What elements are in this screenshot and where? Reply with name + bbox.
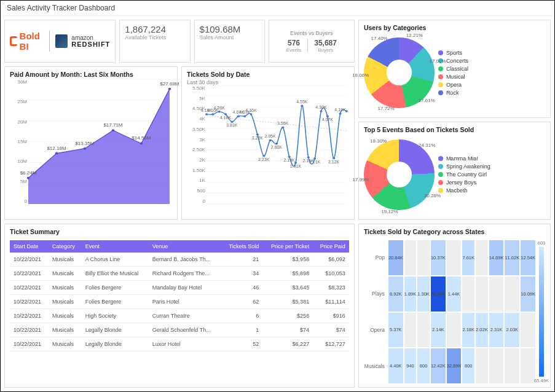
area-chart[interactable]: 30M25M20M15M10M5M0 $6.24M$12.18M$13.35M$… <box>10 79 172 213</box>
heatmap-row-label: Musicals <box>364 348 387 383</box>
users-pie[interactable]: 12.21%17.00%17.61%17.72%18.06%17.40% <box>364 37 435 108</box>
heatmap-cell[interactable]: 2.18K <box>462 313 474 348</box>
heatmap-cell[interactable]: 12.54K <box>521 240 535 275</box>
legend-item[interactable]: Concerts <box>438 58 545 64</box>
top5-pie[interactable]: 24.31%20.28%19.12%17.99%18.30% <box>364 139 435 210</box>
heatmap-cell[interactable]: 1.44K <box>447 276 462 312</box>
legend-item[interactable]: Musical <box>438 74 545 80</box>
heatmap-cell[interactable] <box>521 348 535 383</box>
table-header[interactable]: Start Date <box>10 240 49 253</box>
legend-item[interactable]: Jersey Boys <box>438 179 545 186</box>
svg-point-47 <box>339 112 341 114</box>
table-header[interactable]: Event <box>82 240 149 253</box>
heatmap-cell[interactable]: 32.89K <box>447 348 462 383</box>
heatmap-cell[interactable] <box>417 313 430 348</box>
heatmap[interactable]: Pop20.84K10.37K7.61K14.89K11.02K12.54KPl… <box>364 240 535 383</box>
logo-card: Bold BI amazonREDSHIFT <box>4 20 116 63</box>
top5-pie-card: Top 5 Events Based on Tickets Sold 24.31… <box>358 122 551 220</box>
svg-point-26 <box>205 113 208 115</box>
heatmap-cell[interactable]: 1.30K <box>417 276 430 312</box>
heatmap-cell[interactable]: 800 <box>417 348 430 383</box>
legend-item[interactable]: Sports <box>438 50 545 56</box>
heatmap-card: Tickets Sold by Category across States P… <box>358 224 551 388</box>
legend-item[interactable]: Opera <box>438 82 545 88</box>
legend-item[interactable]: Spring Awakening <box>438 163 545 170</box>
heatmap-cell[interactable] <box>476 240 488 275</box>
boldbi-icon <box>10 36 17 46</box>
ticket-summary-table[interactable]: Start DateCategoryEventVenueTickets Sold… <box>10 240 349 351</box>
table-row[interactable]: 10/22/2021MusicalsFolies BergereMandalay… <box>10 281 349 295</box>
heatmap-cell[interactable]: 8.92K <box>388 276 403 312</box>
heatmap-row-label: Opera <box>364 313 387 348</box>
table-header[interactable]: Price Paid <box>313 240 349 253</box>
redshift-logo: amazonREDSHIFT <box>55 34 110 48</box>
heatmap-cell[interactable]: 65.49K <box>431 276 446 312</box>
heatmap-row-label: Pop <box>364 240 387 275</box>
legend-item[interactable]: Rock <box>438 90 545 96</box>
heatmap-cell[interactable]: 2.02K <box>476 313 488 348</box>
heatmap-cell[interactable] <box>447 313 462 348</box>
svg-point-11 <box>140 142 143 144</box>
heatmap-cell[interactable]: 2.31K <box>489 313 504 348</box>
kpi-row: Bold BI amazonREDSHIFT 1,867,224 Availab… <box>4 20 355 63</box>
svg-point-12 <box>168 88 171 90</box>
svg-point-44 <box>320 110 322 112</box>
heatmap-cell[interactable]: 12.42K <box>431 348 446 383</box>
table-header[interactable]: Tickets Sold <box>221 240 262 253</box>
heatmap-cell[interactable] <box>505 348 519 383</box>
table-row[interactable]: 10/22/2021MusicalsBilly Elliot the Music… <box>10 267 349 281</box>
heatmap-cell[interactable]: 11.02K <box>505 240 519 275</box>
legend-item[interactable]: The Country Girl <box>438 171 545 178</box>
svg-point-27 <box>211 113 214 115</box>
heatmap-cell[interactable] <box>462 276 474 312</box>
table-row[interactable]: 10/22/2021MusicalsA Chorus LineBernard B… <box>10 253 349 267</box>
heatmap-cell[interactable]: 2.03K <box>505 313 519 348</box>
page-title: Sales Activity Tracker Dashboard <box>1 1 554 16</box>
svg-point-41 <box>301 105 303 107</box>
table-header[interactable]: Venue <box>149 240 221 253</box>
heatmap-row-label: Plays <box>364 276 387 312</box>
heatmap-cell[interactable]: 10.37K <box>431 240 446 275</box>
spline-chart[interactable]: 5.50K5K4.50K4K3.50K3K2.50K2K1.50K1K5000 … <box>187 85 349 213</box>
svg-point-8 <box>55 152 58 155</box>
heatmap-cell[interactable] <box>404 240 417 275</box>
heatmap-cell[interactable] <box>476 276 488 312</box>
spline-chart-card: Tickets Sold by Date Last 30 days 5.50K5… <box>181 66 355 220</box>
svg-point-7 <box>27 177 30 179</box>
heatmap-cell[interactable] <box>521 313 535 348</box>
legend-item[interactable]: Mamma Mia! <box>438 155 545 162</box>
heatmap-cell[interactable]: 10.09K <box>521 276 535 312</box>
legend-item[interactable]: Classical <box>438 66 545 72</box>
heatmap-cell[interactable] <box>505 276 519 312</box>
heatmap-cell[interactable] <box>489 276 504 312</box>
table-header[interactable]: Price per Ticket <box>262 240 313 253</box>
heatmap-cell[interactable] <box>417 240 430 275</box>
svg-point-36 <box>269 139 271 141</box>
heatmap-cell[interactable]: 5.37K <box>388 313 403 348</box>
svg-point-10 <box>112 129 115 131</box>
heatmap-scale: 603 65.49K <box>538 240 545 383</box>
heatmap-cell[interactable] <box>476 348 488 383</box>
heatmap-cell[interactable]: 4.40K <box>388 348 403 383</box>
heatmap-cell[interactable] <box>404 313 417 348</box>
heatmap-cell[interactable] <box>447 240 462 275</box>
heatmap-cell[interactable]: 2.14K <box>431 313 446 348</box>
legend-item[interactable]: Macbeth <box>438 187 545 194</box>
svg-point-38 <box>281 127 284 128</box>
dashboard: Sales Activity Tracker Dashboard Bold BI… <box>0 0 555 392</box>
users-pie-card: Users by Categories 12.21%17.00%17.61%17… <box>358 20 551 118</box>
heatmap-cell[interactable]: 940 <box>404 348 417 383</box>
table-row[interactable]: 10/22/2021MusicalsHigh SocietyCurran The… <box>10 309 349 323</box>
table-row[interactable]: 10/22/2021MusicalsFolies BergereParis Ho… <box>10 295 349 309</box>
heatmap-cell[interactable]: 14.89K <box>489 240 504 275</box>
area-chart-card: Paid Amount by Month: Last Six Months 30… <box>4 66 178 220</box>
heatmap-cell[interactable]: 7.61K <box>462 240 474 275</box>
table-row[interactable]: 10/22/2021MusicalsLegally BlondeLuxor Ho… <box>10 337 349 351</box>
table-header[interactable]: Category <box>49 240 82 253</box>
heatmap-cell[interactable]: 20.84K <box>388 240 403 275</box>
heatmap-cell[interactable]: 1.89K <box>404 276 417 312</box>
table-row[interactable]: 10/22/2021MusicalsLegally BlondeGerald S… <box>10 323 349 337</box>
heatmap-cell[interactable] <box>489 348 504 383</box>
redshift-icon <box>55 34 68 48</box>
heatmap-cell[interactable]: 800 <box>462 348 474 383</box>
